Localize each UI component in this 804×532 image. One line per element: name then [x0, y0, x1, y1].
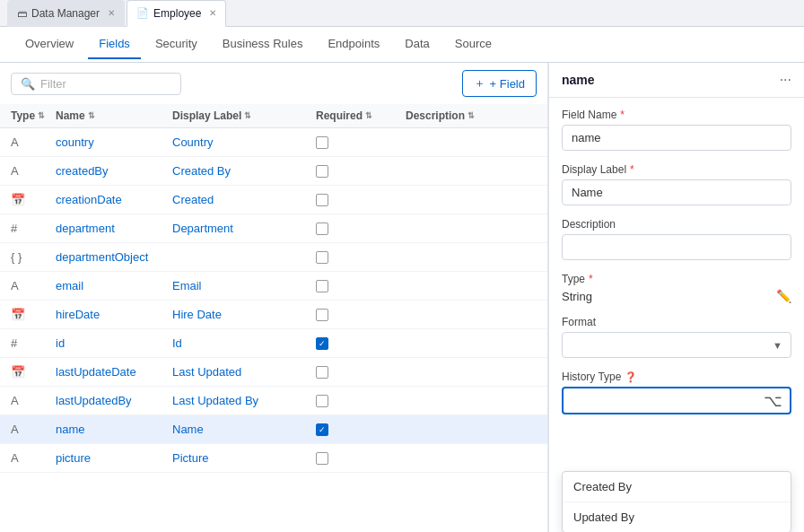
type-icon: # — [11, 222, 56, 235]
display-label-cell: Country — [172, 135, 316, 149]
required-checkbox[interactable] — [316, 165, 328, 178]
field-name-required: * — [620, 109, 625, 121]
tab-business-rules[interactable]: Business Rules — [212, 30, 314, 59]
type-row: String ✏️ — [562, 289, 791, 303]
format-select[interactable] — [562, 332, 791, 358]
type-group: Type * String ✏️ — [562, 273, 791, 303]
tab-data-manager-close[interactable]: ✕ — [108, 8, 115, 18]
filter-input[interactable] — [40, 77, 171, 91]
display-label-label: Display Label * — [562, 163, 791, 176]
field-name-cell: hireDate — [56, 308, 172, 321]
tab-security[interactable]: Security — [144, 30, 208, 59]
table-row[interactable]: A picture Picture — [0, 444, 547, 473]
required-checkbox[interactable] — [316, 251, 328, 264]
table-row[interactable]: # department Department — [0, 214, 547, 243]
description-input[interactable] — [562, 234, 791, 260]
required-checkbox[interactable] — [316, 366, 328, 379]
required-checkbox[interactable] — [316, 280, 328, 292]
field-name-cell: lastUpdatedBy — [56, 394, 172, 407]
display-label-cell: Last Updated — [172, 365, 316, 379]
tab-employee-close[interactable]: ✕ — [209, 8, 216, 18]
add-field-button[interactable]: ＋ + Field — [462, 70, 537, 97]
table-row[interactable]: A lastUpdatedBy Last Updated By — [0, 387, 547, 415]
type-icon: # — [11, 336, 56, 350]
tab-overview[interactable]: Overview — [14, 30, 84, 59]
field-name-label: Field Name * — [562, 109, 791, 121]
display-label-cell: Department — [172, 222, 316, 235]
table-row[interactable]: A createdBy Created By — [0, 157, 547, 186]
type-icon: A — [11, 423, 56, 436]
required-checkbox[interactable] — [316, 222, 328, 235]
required-checkbox[interactable] — [316, 309, 328, 321]
table-row[interactable]: { } departmentObject — [0, 243, 547, 272]
history-type-label: History Type ❓ — [562, 371, 791, 383]
field-name-cell: country — [56, 135, 172, 149]
type-value: String — [562, 290, 592, 303]
history-type-input[interactable] — [564, 388, 790, 413]
tab-data-manager-label: Data Manager — [31, 7, 100, 20]
field-name-group: Field Name * — [562, 109, 791, 151]
required-checkbox[interactable]: ✓ — [316, 337, 328, 350]
tab-fields[interactable]: Fields — [88, 30, 141, 59]
field-name-cell: picture — [56, 451, 172, 465]
required-checkbox[interactable] — [316, 136, 328, 149]
table-row[interactable]: 📅 lastUpdateDate Last Updated — [0, 358, 547, 387]
type-label: Type * — [562, 273, 791, 285]
edit-type-icon[interactable]: ✏️ — [776, 289, 791, 303]
table-row[interactable]: 📅 creationDate Created — [0, 186, 547, 214]
tab-employee[interactable]: 📄 Employee ✕ — [127, 0, 226, 27]
required-cell — [316, 136, 406, 149]
table-row[interactable]: 📅 hireDate Hire Date — [0, 301, 547, 329]
field-name-cell: id — [56, 336, 172, 350]
display-label-cell: Created By — [172, 164, 316, 178]
field-table: A country Country A createdBy Created By… — [0, 128, 547, 532]
required-checkbox[interactable] — [316, 194, 328, 206]
type-icon: A — [11, 135, 56, 149]
history-help-icon[interactable]: ❓ — [625, 371, 637, 383]
sort-desc-icon: ⇅ — [468, 111, 475, 120]
required-cell — [316, 309, 406, 321]
tab-data-manager[interactable]: 🗃 Data Manager ✕ — [7, 0, 125, 27]
description-group: Description — [562, 218, 791, 260]
description-label: Description — [562, 218, 791, 231]
display-label-input[interactable] — [562, 179, 791, 205]
format-group: Format ▼ — [562, 316, 791, 358]
required-cell — [316, 280, 406, 292]
display-label-cell: Name — [172, 423, 316, 436]
tab-source[interactable]: Source — [444, 30, 502, 59]
filter-input-wrapper[interactable]: 🔍 — [11, 73, 181, 95]
more-button[interactable]: ··· — [780, 72, 791, 88]
field-name-cell: lastUpdateDate — [56, 365, 172, 379]
required-checkbox[interactable] — [316, 452, 328, 465]
required-checkbox[interactable] — [316, 395, 328, 407]
table-row[interactable]: A name Name ✓ — [0, 415, 547, 444]
type-icon: 📅 — [11, 193, 56, 206]
add-field-label: + Field — [490, 77, 525, 91]
tab-data[interactable]: Data — [394, 30, 440, 59]
type-icon: A — [11, 164, 56, 178]
left-panel: 🔍 ＋ + Field Type ⇅ Name ⇅ Display Label … — [0, 63, 548, 532]
toolbar: 🔍 ＋ + Field — [0, 63, 547, 104]
field-name-cell: email — [56, 279, 172, 292]
table-row[interactable]: A country Country — [0, 128, 547, 157]
table-header: Type ⇅ Name ⇅ Display Label ⇅ Required ⇅… — [0, 104, 547, 128]
tab-endpoints[interactable]: Endpoints — [317, 30, 390, 59]
panel-title: name — [562, 73, 595, 87]
history-type-input-wrapper: ⌥ — [562, 387, 791, 414]
field-name-cell: departmentObject — [56, 250, 172, 264]
type-icon: A — [11, 394, 56, 407]
field-name-cell: createdBy — [56, 164, 172, 178]
table-row[interactable]: A email Email — [0, 272, 547, 301]
dropdown-item-updated-by[interactable]: Updated By — [563, 501, 791, 532]
display-label-cell: Picture — [172, 451, 316, 465]
field-name-input[interactable] — [562, 125, 791, 151]
table-row[interactable]: # id Id ✓ — [0, 329, 547, 358]
dropdown-item-created-by[interactable]: Created By — [563, 472, 791, 501]
col-type: Type ⇅ — [11, 109, 56, 122]
tab-employee-label: Employee — [153, 7, 201, 20]
data-manager-icon: 🗃 — [17, 8, 27, 19]
field-name-cell: creationDate — [56, 193, 172, 206]
history-type-dropdown: Created By Updated By — [562, 471, 791, 532]
required-checkbox[interactable]: ✓ — [316, 423, 328, 436]
history-type-group: History Type ❓ ⌥ — [562, 371, 791, 414]
